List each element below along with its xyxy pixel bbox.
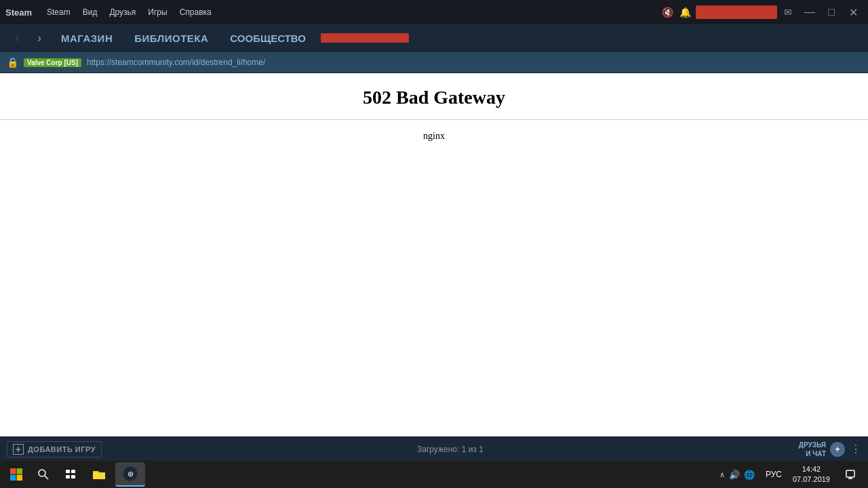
close-button[interactable]: ✕ (844, 3, 863, 22)
taskbar-apps: ⊛ (84, 462, 145, 487)
url-field[interactable]: https://steamcommunity.com/id/destrend_l… (87, 58, 265, 67)
action-center-icon (845, 469, 856, 480)
svg-rect-4 (66, 475, 70, 479)
folder-icon (92, 467, 106, 482)
add-game-label: ДОБАВИТЬ ИГРУ (28, 445, 96, 453)
clock[interactable]: 14:42 07.07.2019 (787, 464, 835, 485)
menu-bar: Steam Steam Вид Друзья Игры Справка (5, 5, 660, 20)
search-icon (38, 469, 49, 480)
menu-friends[interactable]: Друзья (104, 5, 141, 20)
notification-icon[interactable]: 🔔 (678, 5, 692, 19)
title-bar: Steam Steam Вид Друзья Игры Справка 🔇 🔔 … (0, 0, 868, 24)
store-nav-link[interactable]: МАГАЗИН (52, 28, 122, 48)
ssl-badge: Valve Corp [US] (24, 58, 81, 67)
steam-taskbar[interactable]: ⊛ (115, 462, 145, 487)
error-title: 502 Bad Gateway (363, 87, 505, 108)
mute-icon[interactable]: 🔇 (660, 5, 674, 19)
ssl-lock-icon: 🔒 (7, 57, 18, 68)
network-icon[interactable]: 🌐 (744, 470, 755, 480)
menu-view[interactable]: Вид (77, 5, 103, 20)
window-controls: — □ ✕ (800, 3, 863, 22)
minimize-button[interactable]: — (800, 3, 819, 22)
svg-line-1 (45, 476, 48, 479)
windows-taskbar: ⊛ ∧ 🔊 🌐 РУС 14:42 07.07.2019 (0, 461, 868, 488)
svg-point-0 (39, 470, 45, 476)
svg-rect-8 (846, 470, 854, 477)
tray-icons: 🔇 🔔 ✉ (660, 5, 795, 19)
system-tray: ∧ 🔊 🌐 (714, 470, 760, 480)
friends-chat-button[interactable]: ДРУЗЬЯИ ЧАТ + (799, 441, 845, 458)
browser-content: 502 Bad Gateway nginx (0, 73, 868, 436)
address-bar: 🔒 Valve Corp [US] https://steamcommunity… (0, 52, 868, 73)
username-nav-redacted (321, 33, 409, 43)
more-options-icon[interactable]: ⋮ (850, 443, 861, 455)
clock-date: 07.07.2019 (793, 474, 830, 485)
load-status: Загружено: 1 из 1 (102, 445, 799, 454)
start-button[interactable] (3, 461, 30, 488)
error-divider (0, 119, 868, 120)
add-game-button[interactable]: + ДОБАВИТЬ ИГРУ (7, 441, 102, 458)
error-server: nginx (423, 131, 445, 142)
friends-plus-icon: + (830, 442, 845, 457)
svg-rect-3 (71, 470, 75, 473)
language-indicator: РУС (763, 470, 785, 479)
taskview-icon (65, 469, 76, 480)
task-view-button[interactable] (57, 461, 84, 488)
clock-time: 14:42 (802, 464, 821, 474)
friends-chat-label: ДРУЗЬЯИ ЧАТ (799, 441, 826, 458)
action-center-button[interactable] (838, 462, 863, 487)
forward-button[interactable]: › (30, 28, 49, 47)
search-taskbar-button[interactable] (30, 461, 57, 488)
taskbar-right: ∧ 🔊 🌐 РУС 14:42 07.07.2019 (714, 462, 865, 487)
username-badge[interactable] (696, 5, 777, 19)
chevron-up-icon[interactable]: ∧ (719, 470, 725, 479)
library-nav-link[interactable]: БИБЛИОТЕКА (125, 28, 218, 48)
maximize-button[interactable]: □ (822, 3, 841, 22)
navigation-bar: ‹ › МАГАЗИН БИБЛИОТЕКА СООБЩЕСТВО (0, 24, 868, 52)
menu-help[interactable]: Справка (174, 5, 217, 20)
plus-icon: + (13, 444, 24, 455)
svg-rect-2 (66, 470, 70, 473)
svg-rect-5 (71, 475, 75, 479)
speaker-icon[interactable]: 🔊 (729, 470, 740, 480)
menu-steam[interactable]: Steam (41, 5, 76, 20)
menu-games[interactable]: Игры (142, 5, 172, 20)
community-nav-link[interactable]: СООБЩЕСТВО (220, 28, 315, 48)
back-button[interactable]: ‹ (8, 28, 27, 47)
file-explorer-taskbar[interactable] (84, 462, 114, 487)
steam-logo: Steam (5, 7, 32, 18)
steam-taskbar-icon: ⊛ (123, 466, 138, 481)
windows-logo-icon (10, 468, 22, 481)
bottom-bar: + ДОБАВИТЬ ИГРУ Загружено: 1 из 1 ДРУЗЬЯ… (0, 436, 868, 461)
message-icon[interactable]: ✉ (781, 5, 795, 19)
svg-text:⊛: ⊛ (127, 470, 134, 478)
